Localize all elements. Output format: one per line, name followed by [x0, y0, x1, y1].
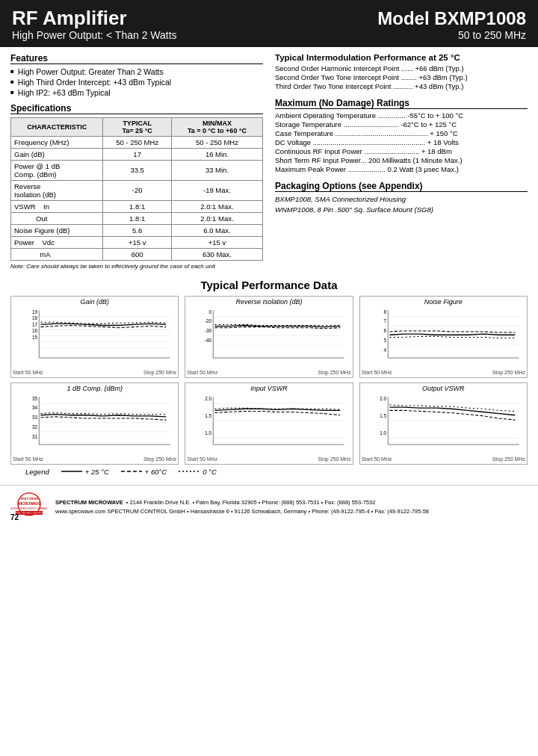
ratings-row: Case Temperature .......................… [275, 129, 528, 137]
footer-text: SPECTRUM MICROWAVE • 2144 Franklin Drive… [55, 498, 429, 516]
legend-0c-label: 0 °C [202, 468, 217, 476]
page-number: 72 [10, 513, 19, 521]
input-vswr-labels: Start 50 MHz Stop 250 MHz [187, 456, 350, 462]
noise-labels: Start 50 MHz Stop 250 MHz [362, 370, 525, 375]
svg-text:32: 32 [32, 424, 38, 429]
svg-text:16: 16 [32, 328, 38, 333]
reverse-isolation-chart: Reverse Isolation (dB) 0 -20 -30 -40 Sta… [185, 296, 353, 378]
svg-text:-20: -20 [205, 318, 212, 323]
ratings-section: Maximum (No Damage) Ratings Ambient Oper… [275, 98, 528, 173]
gain-chart-labels: Start 50 MHz Stop 250 MHz [13, 370, 176, 375]
output-vswr-chart: Output VSWR 2.0 1.5 1.0 Start 50 MHz Sto… [359, 382, 528, 465]
charts-top-row: Gain (dB) 19 18 17 16 15 [10, 296, 528, 378]
table-row: Noise Figure (dB) 5.6 6.0 Max. [11, 224, 263, 236]
feature-item: High Power Output: Greater Than 2 Watts [10, 67, 263, 76]
rev-iso-svg: 0 -20 -30 -40 [187, 306, 350, 370]
table-row: Gain (dB) 17 16 Min. [11, 148, 263, 160]
col-minmax: MIN/MAXTa = 0 °C to +60 °C [171, 117, 262, 136]
svg-text:6: 6 [383, 328, 386, 333]
svg-text:19: 19 [32, 309, 38, 314]
legend-60c-label: + 60°C [145, 468, 167, 476]
ratings-row: DC Voltage .............................… [275, 138, 528, 146]
comp-labels: Start 50 MHz Stop 250 MHz [13, 456, 176, 462]
charts-bottom-row: 1 dB Comp. (dBm) 35 34 33 32 31 Start 50… [10, 382, 528, 465]
ratings-row: Short Term RF Input Power... 200 Milliwa… [275, 156, 528, 164]
svg-text:5: 5 [383, 337, 386, 342]
footer-company: SPECTRUM MICROWAVE • 2144 Franklin Drive… [55, 498, 429, 507]
spec-table: CHARACTERISTIC TYPICALTa= 25 °C MIN/MAXT… [10, 117, 263, 261]
noise-svg: 8 7 6 5 4 [362, 306, 525, 370]
table-row: ReverseIsolation (dB) -20 -19 Max. [11, 180, 263, 200]
gain-chart-title: Gain (dB) [13, 298, 176, 306]
svg-text:18: 18 [32, 315, 38, 320]
product-title: RF Amplifier [12, 7, 177, 29]
specs-title: Specifications [10, 103, 263, 114]
table-row: Out 1.8:1 2.0:1 Max. [11, 212, 263, 224]
svg-text:7: 7 [383, 318, 386, 323]
model-number: Model BXMP1008 [377, 9, 526, 28]
rev-iso-labels: Start 50 MHz Stop 250 MHz [187, 370, 350, 375]
svg-text:35: 35 [32, 395, 38, 400]
noise-figure-chart: Noise Figure 8 7 6 5 4 Start 50 MHz Stop… [359, 296, 528, 378]
svg-text:34: 34 [32, 405, 38, 410]
input-vswr-chart: Input VSWR 2.0 1.5 1.0 Start 50 MHz Stop… [185, 382, 353, 465]
svg-text:1.5: 1.5 [380, 413, 386, 418]
charts-section: Typical Performance Data Gain (dB) 19 18… [0, 276, 538, 482]
svg-text:31: 31 [32, 433, 38, 439]
col-characteristic: CHARACTERISTIC [11, 117, 103, 136]
legend-0c: 0 °C [179, 468, 217, 476]
specifications-section: Specifications CHARACTERISTIC TYPICALTa=… [10, 103, 263, 270]
svg-text:8: 8 [383, 309, 386, 314]
legend-dashed-icon [121, 468, 142, 474]
footer-wrapper: SPECTRUM MICROWAVE A SPECTRUM CONTROL CO… [0, 485, 538, 529]
table-row: Power Vdc +15 v +15 v [11, 236, 263, 248]
ratings-row: Continuous RF Input Power ..............… [275, 147, 528, 155]
intermod-title: Typical Intermodulation Performance at 2… [275, 53, 528, 62]
intermod-row: Second Order Two Tone Intercept Point ..… [275, 73, 528, 81]
legend-dotted-icon [179, 468, 200, 474]
gain-chart: Gain (dB) 19 18 17 16 15 [10, 296, 179, 378]
svg-text:4: 4 [383, 347, 386, 352]
svg-text:15: 15 [32, 334, 38, 339]
packaging-section: Packaging Options (see Appendix) BXMP100… [275, 181, 528, 216]
svg-text:0: 0 [209, 309, 212, 314]
svg-text:1.5: 1.5 [205, 413, 212, 418]
features-list: High Power Output: Greater Than 2 Watts … [10, 67, 263, 97]
intermod-row: Third Order Two Tone Intercept Point ...… [275, 82, 528, 90]
footer-intl: www.specwave.com SPECTRUM CONTROL GmbH •… [55, 507, 429, 516]
feature-item: High IP2: +63 dBm Typical [10, 88, 263, 97]
table-row: Frequency (MHz) 50 - 250 MHz 50 - 250 MH… [11, 136, 263, 148]
svg-text:MICROWAVE: MICROWAVE [17, 501, 41, 505]
gain-chart-svg: 19 18 17 16 15 [13, 306, 176, 370]
ratings-row: Storage Temperature ....................… [275, 120, 528, 128]
output-vswr-svg: 2.0 1.5 1.0 [362, 393, 525, 456]
charts-main-title: Typical Performance Data [10, 279, 528, 291]
svg-text:17: 17 [32, 321, 38, 326]
legend-60c: + 60°C [121, 468, 167, 476]
table-row: Power @ 1 dBComp. (dBm) 33.5 33 Min. [11, 160, 263, 180]
input-vswr-title: Input VSWR [187, 385, 350, 392]
ratings-row: Maximum Peak Power ................... 0… [275, 165, 528, 173]
spec-note: Note: Care should always be taken to eff… [10, 263, 263, 270]
main-content: Features High Power Output: Greater Than… [0, 47, 538, 276]
output-vswr-title: Output VSWR [362, 385, 525, 392]
legend-label: Legend [25, 468, 49, 476]
header-left: RF Amplifier High Power Output: < Than 2… [12, 7, 177, 41]
ratings-title: Maximum (No Damage) Ratings [275, 98, 528, 109]
input-vswr-svg: 2.0 1.5 1.0 [187, 393, 350, 456]
table-row: mA 600 630 Max. [11, 248, 263, 260]
svg-text:33: 33 [32, 415, 38, 420]
output-vswr-labels: Start 50 MHz Stop 250 MHz [362, 456, 525, 462]
comp-svg: 35 34 33 32 31 [13, 393, 176, 456]
intermod-section: Typical Intermodulation Performance at 2… [275, 53, 528, 90]
svg-text:1.0: 1.0 [380, 430, 386, 436]
svg-text:-40: -40 [205, 337, 212, 342]
packaging-title: Packaging Options (see Appendix) [275, 181, 528, 192]
legend-25c: + 25 °C [61, 468, 109, 476]
noise-title: Noise Figure [362, 298, 525, 306]
feature-item: High Third Order Intercept: +43 dBm Typi… [10, 78, 263, 87]
page-footer: SPECTRUM MICROWAVE A SPECTRUM CONTROL CO… [0, 485, 538, 529]
ratings-row: Ambient Operating Temperature ..........… [275, 111, 528, 120]
page-header: RF Amplifier High Power Output: < Than 2… [0, 0, 538, 47]
product-subtitle: High Power Output: < Than 2 Watts [12, 29, 177, 41]
